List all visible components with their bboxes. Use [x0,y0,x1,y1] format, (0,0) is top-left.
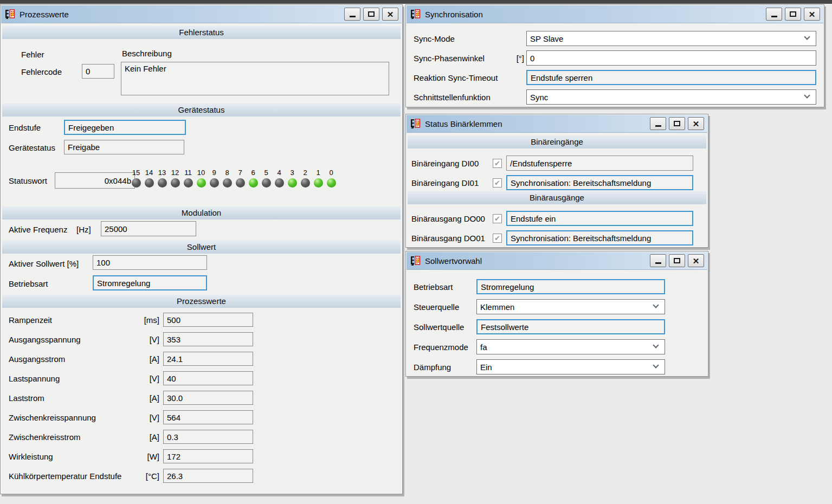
bit-number-label: 11 [182,169,195,177]
statuswort-bit: 14 [143,169,156,188]
status-led-icon [249,178,258,188]
statuswort-bit: 7 [234,169,247,188]
statuswort-bit: 2 [299,169,312,188]
check-icon: ✔ [494,160,500,167]
section-header-prozesswerte: Prozesswerte [2,295,401,308]
sync-row-field[interactable]: 0 [526,50,816,66]
fehler-beschreibung-value: Kein Fehler [125,64,166,73]
endstufe-field: Freigegeben [64,120,186,135]
binaerausgang-row: Binärausgang DO00 ✔ Endstufe ein [411,211,702,226]
close-button[interactable]: ✕ [382,8,398,21]
sollwertvorwahl-row: Sollwertquelle Festsollwerte [414,319,700,334]
binaerausgang-label: Binärausgang DO00 [411,214,493,223]
section-header-binaereingaenge: Binäreingänge [408,135,706,148]
maximize-icon [368,11,375,17]
sollwertvorwahl-row-field[interactable]: Ein [476,359,665,374]
status-led-icon [262,178,271,188]
maximize-button[interactable] [363,8,379,21]
sollwertvorwahl-row-field: Stromregelung [476,279,665,294]
section-header-binaerausgaenge: Binärausgänge [408,191,706,204]
maximize-button[interactable] [669,117,685,130]
minimize-button[interactable] [344,8,360,21]
window-titlebar[interactable]: Prozesswerte ✕ [1,5,402,23]
check-icon: ✔ [494,235,500,242]
section-header-geraetestatus: Gerätestatus [2,104,401,117]
minimize-button[interactable] [766,8,782,21]
fehlercode-field: 0 [82,64,114,79]
minimize-icon [771,16,777,17]
close-icon: ✕ [693,120,700,128]
aktiver-sollwert-value: 100 [96,258,110,267]
close-button[interactable]: ✕ [688,254,704,267]
statuswort-bit: 4 [273,169,286,188]
window-title: Synchronisation [425,10,766,19]
sollwertvorwahl-row-field[interactable]: Klemmen [476,299,665,314]
sync-row-label: Schnittstellenfunktion [414,93,515,102]
desktop: { "icons": { "minimize": "minimize-icon"… [0,0,832,504]
window-titlebar[interactable]: Status Binärklemmen ✕ [407,115,707,133]
window-titlebar[interactable]: Synchronisation ✕ [407,5,823,23]
binaereingang-checkbox[interactable]: ✔ [493,159,502,168]
prozesswert-value: 0.3 [167,432,178,442]
prozesswert-unit: [A] [138,432,159,442]
maximize-button[interactable] [785,8,801,21]
sollwertvorwahl-row-label: Dämpfung [414,363,476,372]
prozesswert-unit: [ms] [138,315,159,325]
sollwertvorwahl-row-value: Stromregelung [481,282,534,292]
fehler-label: Fehler [21,50,44,59]
fehlercode-value: 0 [86,67,90,76]
sync-row-field[interactable]: SP Slave [526,31,816,46]
prozesswert-field: 30.0 [163,391,253,405]
section-header-modulation: Modulation [2,206,401,219]
close-button[interactable]: ✕ [688,117,704,130]
status-led-icon [171,178,180,188]
binaerausgang-checkbox[interactable]: ✔ [493,234,502,243]
prozesswert-row: Wirkleistung [W] 172 [1,447,402,466]
binaereingang-checkbox[interactable]: ✔ [493,178,502,188]
prozesswert-field: 172 [163,449,253,463]
bit-number-label: 3 [286,169,299,177]
binaerausgang-field: Endstufe ein [506,211,693,226]
binaereingang-value: Synchronisation: Bereitschaftsmeldung [511,178,651,188]
minimize-button[interactable] [650,254,666,267]
sync-row-value: 0 [530,54,534,63]
statuswort-bit: 10 [195,169,208,188]
prozesswert-field: 40 [163,371,253,385]
prozesswert-row: Laststrom [A] 30.0 [1,388,402,408]
status-led-icon [275,178,284,188]
prozesswerte-rows: Rampenzeit [ms] 500 Ausgangsspannung [V]… [1,310,402,486]
bit-number-label: 2 [299,169,312,177]
bit-number-label: 1 [312,169,325,177]
sollwertvorwahl-window: Sollwertvorwahl ✕ Betriebsart Stromregel… [405,251,708,377]
aktive-frequenz-field: 25000 [101,221,196,236]
binaerausgang-checkbox[interactable]: ✔ [493,214,502,223]
bit-number-label: 13 [156,169,169,177]
statuswort-bit: 8 [221,169,234,188]
binaereingang-row: Binäreingang DI01 ✔ Synchronisation: Ber… [411,175,702,190]
sollwertvorwahl-row: Steuerquelle Klemmen [414,299,700,314]
geraetestatus-value: Freigabe [68,143,100,152]
prozesswert-value: 172 [167,452,180,461]
sollwertvorwahl-row-field[interactable]: fa [476,339,665,354]
status-binaerklemmen-window: Status Binärklemmen ✕ Binäreingänge Binä… [405,114,708,248]
binaereingang-value: /Endstufensperre [510,159,572,168]
maximize-button[interactable] [669,254,685,267]
prozesswert-value: 353 [167,335,180,344]
prozesswert-row: Lastspannung [V] 40 [1,369,402,388]
sync-row-field[interactable]: Sync [526,89,816,105]
status-led-icon [184,178,193,188]
synchronisation-row: Sync-Mode SP Slave [414,31,816,46]
status-led-icon [223,178,232,188]
sync-row-value: Sync [530,93,548,102]
close-button[interactable]: ✕ [804,8,820,21]
bit-number-label: 15 [130,169,143,177]
endstufe-value: Freigegeben [68,123,114,132]
app-logo-icon [410,9,421,20]
chevron-down-icon [653,342,659,348]
binaereingaenge-rows: Binäreingang DI00 ✔ /Endstufensperre Bin… [406,151,708,190]
geraetestatus-label: Gerätestatus [9,143,55,152]
check-icon: ✔ [494,215,500,222]
minimize-button[interactable] [650,117,666,130]
window-title: Prozesswerte [20,10,344,19]
window-titlebar[interactable]: Sollwertvorwahl ✕ [407,252,707,270]
